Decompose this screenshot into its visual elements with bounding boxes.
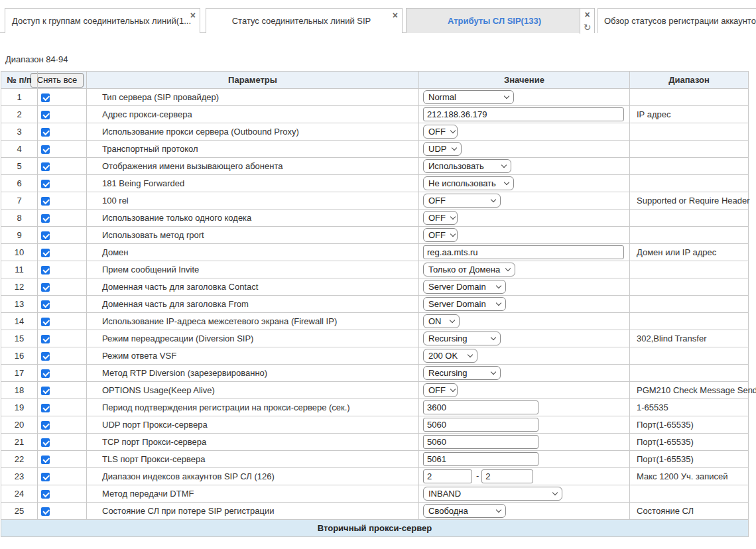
value-cell — [419, 434, 630, 451]
uncheck-all-button[interactable]: Снять все — [31, 73, 84, 88]
value-select[interactable]: INBAND — [423, 487, 562, 501]
value-input[interactable] — [423, 435, 538, 449]
value-input[interactable] — [481, 469, 533, 483]
table-row: 11 Прием сообщений Invite Только от Доме… — [1, 261, 749, 278]
value-select[interactable]: 200 OK — [423, 349, 477, 363]
select-value: Server Domain — [428, 282, 486, 292]
tab-bar: Доступ к группам соединительных линий(1.… — [0, 8, 756, 33]
value-cell: OFF — [419, 382, 630, 399]
value-cell: Только от Домена — [419, 261, 630, 278]
value-input[interactable] — [423, 418, 538, 432]
tab-account-registration-status[interactable]: Обзор статусов регистрации аккаунтов — [598, 8, 756, 33]
value-select[interactable]: OFF — [423, 125, 458, 139]
row-checkbox[interactable] — [41, 318, 50, 326]
row-checkbox[interactable] — [41, 456, 50, 464]
row-checkbox[interactable] — [41, 369, 50, 378]
value-cell — [419, 399, 630, 416]
row-checkbox[interactable] — [41, 180, 50, 188]
value-select[interactable]: OFF — [423, 228, 458, 242]
range-hint: Состояние СЛ — [630, 503, 749, 520]
row-number: 2 — [1, 106, 38, 123]
value-input[interactable] — [423, 469, 472, 483]
range-hint: Порт(1-65535) — [630, 416, 749, 434]
value-select[interactable]: OFF — [423, 194, 501, 208]
value-input[interactable] — [423, 107, 624, 121]
row-checkbox[interactable] — [41, 93, 50, 102]
close-icon[interactable]: × — [584, 10, 590, 19]
param-label: Использование IP-адреса межсетевого экра… — [87, 313, 419, 330]
row-checkbox[interactable] — [41, 266, 50, 274]
row-checkbox[interactable] — [41, 249, 50, 257]
row-checkbox[interactable] — [41, 197, 50, 206]
value-input[interactable] — [423, 400, 538, 414]
table-row: 7 100 rel OFF Supported or Require Heade… — [1, 192, 749, 210]
close-icon[interactable]: × — [190, 11, 196, 20]
tab-icon-strip: × ↻ — [580, 9, 594, 34]
close-icon[interactable]: × — [393, 11, 398, 20]
value-select[interactable]: Использовать — [423, 159, 511, 173]
value-select[interactable]: Recursing — [423, 366, 501, 380]
row-checkbox[interactable] — [41, 404, 50, 412]
value-select[interactable]: Только от Домена — [423, 263, 515, 276]
value-select[interactable]: ON — [423, 314, 460, 328]
param-label: Режим переадресации (Diversion SIP) — [87, 330, 419, 347]
value-select[interactable]: UDP — [423, 142, 462, 156]
tab-trunk-group-access[interactable]: Доступ к группам соединительных линий(1.… — [5, 8, 200, 33]
range-hint: Макс 1200 Уч. записей — [630, 468, 749, 485]
row-checkbox[interactable] — [41, 421, 50, 430]
value-input[interactable] — [423, 245, 624, 259]
value-select[interactable]: Не использовать — [423, 176, 514, 190]
row-checkbox[interactable] — [41, 145, 50, 154]
row-checkbox[interactable] — [41, 335, 50, 343]
table-row: 8 Использование только одного кодека OFF — [1, 210, 749, 227]
row-checkbox[interactable] — [41, 387, 50, 395]
row-number: 20 — [1, 416, 38, 434]
refresh-icon[interactable]: ↻ — [584, 23, 592, 32]
value-input[interactable] — [423, 452, 538, 466]
row-checkbox[interactable] — [41, 231, 50, 240]
row-checkbox[interactable] — [41, 128, 50, 137]
value-select[interactable]: Свободна — [423, 504, 506, 518]
row-number: 14 — [1, 313, 38, 330]
value-select[interactable]: OFF — [423, 383, 458, 397]
row-checkbox[interactable] — [41, 490, 50, 499]
value-cell: Server Domain — [419, 296, 630, 313]
row-number: 5 — [1, 158, 38, 175]
range-hint — [630, 175, 749, 192]
row-checkbox[interactable] — [41, 507, 50, 516]
chevron-down-icon — [505, 266, 511, 271]
table-row: 16 Режим ответа VSF 200 OK — [1, 347, 749, 365]
section-header-row: Вторичный прокси-сервер — [1, 520, 749, 537]
param-label: 100 rel — [87, 192, 419, 210]
value-select[interactable]: Server Domain — [423, 297, 506, 311]
value-select[interactable]: Server Domain — [423, 280, 506, 294]
chevron-down-icon — [468, 352, 473, 357]
row-number: 9 — [1, 227, 38, 244]
range-hint — [630, 261, 749, 278]
range-hint: 302,Blind Transfer — [630, 330, 749, 347]
select-value: OFF — [428, 213, 446, 223]
row-checkbox[interactable] — [41, 352, 50, 361]
value-select[interactable]: Normal — [423, 90, 514, 104]
row-checkbox[interactable] — [41, 283, 50, 292]
row-checkbox[interactable] — [41, 111, 50, 119]
col-header-range: Диапазон — [630, 72, 749, 89]
tab-sip-trunk-attributes[interactable]: Атрибуты СЛ SIP(133) × ↻ — [406, 8, 595, 33]
select-value: INBAND — [428, 489, 461, 499]
tab-label: Доступ к группам соединительных линий(1.… — [5, 16, 200, 26]
tab-label: Статус соединительных линий SIP — [225, 16, 383, 26]
row-checkbox[interactable] — [41, 473, 50, 481]
row-checkbox[interactable] — [41, 162, 50, 171]
row-checkbox[interactable] — [41, 438, 50, 447]
value-select[interactable]: OFF — [423, 211, 458, 225]
param-label: TCP порт Прокси-сервера — [87, 434, 419, 451]
value-cell: Recursing — [419, 365, 630, 382]
value-cell: Recursing — [419, 330, 630, 347]
chevron-down-icon — [491, 335, 496, 340]
tab-sip-trunk-status[interactable]: Статус соединительных линий SIP × — [206, 8, 403, 33]
row-checkbox[interactable] — [41, 214, 50, 223]
value-select[interactable]: Recursing — [423, 332, 501, 345]
param-label: Прием сообщений Invite — [87, 261, 419, 278]
row-checkbox[interactable] — [41, 300, 50, 309]
param-label: Доменная часть для заголовка From — [87, 296, 419, 313]
